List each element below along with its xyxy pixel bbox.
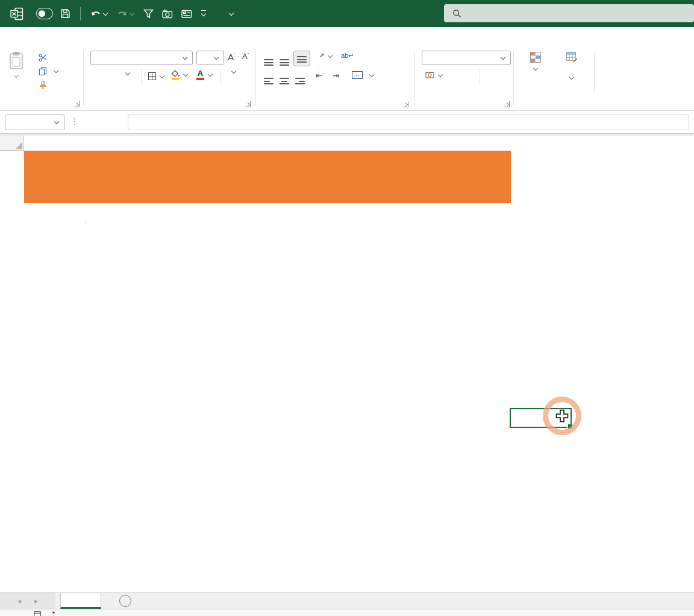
enter-button[interactable]	[94, 114, 107, 130]
accessibility-icon[interactable]	[51, 611, 57, 616]
orientation-button[interactable]: ↗	[316, 52, 333, 60]
cut-button[interactable]	[39, 53, 50, 61]
cell-styles-gallery	[598, 55, 694, 90]
row-headers	[0, 151, 24, 592]
select-all-triangle-icon	[16, 142, 22, 149]
add-sheet-button[interactable]	[119, 595, 131, 607]
name-box-chevron-icon	[54, 119, 59, 124]
font-name-select[interactable]	[90, 51, 193, 65]
alignment-dialog-launcher-icon[interactable]	[402, 101, 408, 107]
accounting-icon	[425, 71, 434, 79]
font-size-select[interactable]	[196, 51, 224, 65]
worksheet-canvas[interactable]	[24, 151, 694, 592]
undo-button[interactable]	[90, 9, 108, 18]
grow-font-button[interactable]: Aˆ	[228, 52, 236, 62]
merge-center-button[interactable]: ↔	[352, 71, 375, 79]
copy-icon	[39, 67, 47, 75]
search-input[interactable]	[444, 4, 694, 22]
wrap-text-button[interactable]: ab↵	[341, 52, 357, 60]
accounting-format-button[interactable]	[425, 71, 443, 79]
copy-button[interactable]	[39, 67, 59, 75]
format-painter-button[interactable]	[39, 81, 50, 89]
align-middle-button[interactable]	[280, 54, 289, 67]
status-bar	[0, 609, 694, 616]
ribbon: Aˆ Aˇ A	[0, 47, 694, 111]
shrink-font-button[interactable]: Aˇ	[242, 52, 249, 61]
search-icon	[452, 9, 461, 18]
fill-color-icon	[171, 70, 180, 80]
paste-button	[8, 52, 24, 78]
sheet-nav: ◂ ▸	[0, 593, 55, 609]
camera-icon[interactable]	[162, 9, 173, 19]
align-center-button[interactable]	[280, 72, 289, 84]
formula-bar-drag-dots-icon: ⋮	[70, 116, 79, 126]
font-dialog-launcher-icon[interactable]	[245, 101, 251, 107]
clipboard-dialog-launcher-icon[interactable]	[73, 101, 80, 107]
titlebar-divider	[80, 7, 81, 20]
align-right-button[interactable]	[295, 72, 305, 84]
quick-access-more-icon[interactable]	[201, 10, 207, 17]
excel-app-icon[interactable]	[10, 7, 23, 20]
sheet-tab-sheet1[interactable]	[60, 593, 101, 609]
font-color-icon: A	[196, 69, 204, 80]
conditional-formatting-button[interactable]	[519, 52, 552, 71]
number-format-select[interactable]	[422, 51, 511, 65]
title-banner-cell[interactable]	[24, 151, 511, 203]
title-bar	[0, 0, 694, 27]
font-color-button[interactable]: A	[196, 69, 213, 80]
data-table	[85, 222, 86, 222]
excel-window: Aˆ Aˇ A	[0, 0, 694, 616]
align-left-button[interactable]	[264, 72, 274, 84]
cancel-button[interactable]	[80, 114, 93, 130]
form-view-icon[interactable]	[181, 9, 192, 19]
group-divider	[83, 51, 84, 106]
toggle-knob-icon	[39, 10, 45, 17]
sheet-tab-bar: ◂ ▸	[0, 592, 694, 609]
column-headers	[24, 136, 694, 151]
cell-cursor-icon	[555, 409, 569, 423]
filter-icon[interactable]	[143, 9, 154, 19]
prev-sheet-icon[interactable]: ◂	[17, 597, 21, 605]
brush-icon	[39, 81, 47, 89]
redo-button	[117, 9, 135, 18]
increase-indent-button[interactable]: ⇥	[333, 71, 339, 80]
decrease-indent-button[interactable]: ⇤	[316, 71, 322, 80]
button-divider	[141, 70, 142, 84]
number-dialog-launcher-icon[interactable]	[504, 101, 510, 107]
conditional-formatting-icon	[530, 52, 541, 63]
align-top-button[interactable]	[264, 54, 274, 68]
button-divider	[220, 70, 221, 84]
borders-icon	[148, 72, 156, 80]
wrap-text-icon: ab↵	[341, 52, 354, 60]
name-box[interactable]	[5, 115, 65, 130]
phonetic-guide-button[interactable]	[228, 69, 237, 74]
formula-bar: ⋮	[0, 111, 694, 134]
borders-button[interactable]	[148, 72, 165, 80]
underline-button[interactable]	[122, 71, 131, 76]
select-all-button[interactable]	[0, 136, 24, 151]
insert-function-button[interactable]	[110, 114, 123, 130]
format-as-table-icon	[566, 52, 578, 63]
button-divider	[480, 70, 480, 84]
fill-color-button[interactable]	[171, 70, 189, 80]
button-divider	[594, 53, 595, 93]
align-bottom-button[interactable]	[293, 51, 310, 66]
document-title[interactable]	[224, 11, 234, 16]
next-sheet-icon[interactable]: ▸	[34, 597, 38, 605]
merge-center-icon: ↔	[352, 71, 363, 79]
group-divider	[255, 51, 256, 106]
format-as-table-button[interactable]	[554, 52, 589, 83]
ribbon-tab-row	[0, 27, 694, 47]
macro-record-icon[interactable]	[34, 611, 41, 616]
formula-input[interactable]	[128, 115, 689, 130]
group-divider	[513, 51, 514, 106]
scissors-icon	[39, 53, 47, 61]
autosave-toggle[interactable]	[36, 8, 53, 19]
group-divider	[414, 51, 415, 106]
save-icon[interactable]	[60, 8, 70, 19]
